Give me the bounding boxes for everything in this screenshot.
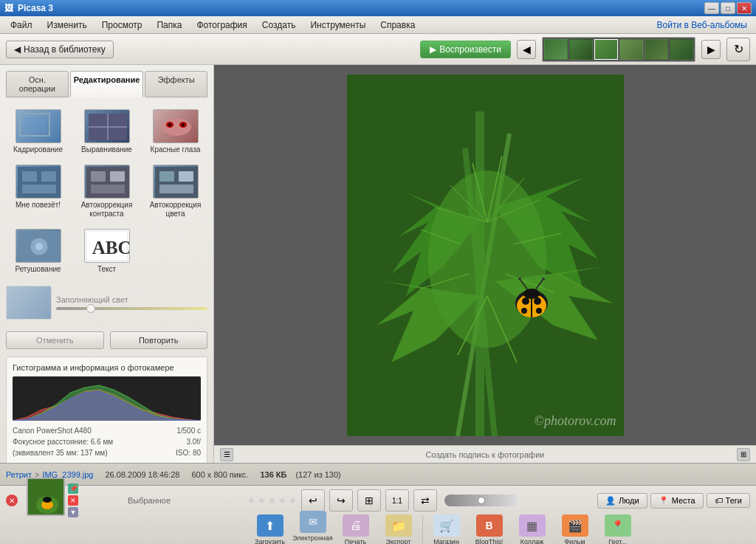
next-button[interactable]: ▶: [701, 40, 721, 59]
sync-button[interactable]: ⇄: [413, 489, 437, 512]
close-featured-icon[interactable]: ✕: [6, 495, 18, 506]
email-label: Электронная почта: [292, 534, 334, 544]
status-position: (127 из 130): [295, 470, 340, 479]
menu-help[interactable]: Справка: [373, 18, 422, 32]
main-photo[interactable]: ©photorov.com: [347, 75, 624, 436]
blog-tool[interactable]: B BlogThis!: [469, 511, 510, 544]
tags-button[interactable]: 🏷 Теги: [707, 493, 750, 508]
window-controls: — □ ✕: [704, 2, 752, 14]
menu-create[interactable]: Создать: [255, 18, 303, 32]
tab-basic[interactable]: Осн. операции: [6, 71, 69, 97]
svg-point-9: [182, 123, 185, 126]
slider-handle[interactable]: [86, 304, 95, 313]
star-1[interactable]: ★: [247, 495, 255, 506]
upload-label: Загрузить: [255, 538, 285, 544]
histogram-graph: [13, 376, 201, 421]
fill-light-slider[interactable]: [56, 307, 207, 310]
maximize-button[interactable]: □: [721, 2, 735, 14]
back-button[interactable]: ◀ Назад в библиотеку: [6, 41, 114, 58]
rotate-left-button[interactable]: ↩: [301, 489, 325, 512]
svg-rect-12: [41, 171, 56, 182]
prev-button[interactable]: ◀: [517, 40, 536, 59]
thumb-6[interactable]: [670, 39, 693, 60]
caption-menu-icon[interactable]: ☰: [220, 448, 233, 461]
featured-thumbnail[interactable]: [27, 478, 65, 516]
film-icon: 🎬: [562, 514, 588, 537]
star-4[interactable]: ★: [278, 495, 286, 506]
svg-text:ABC: ABC: [92, 238, 128, 258]
tool-autocontrast-label: Автокоррекция контраста: [78, 201, 136, 218]
tool-crop-thumb: [16, 109, 61, 143]
tool-text-label: Текст: [97, 265, 116, 274]
rotate-right-button[interactable]: ↪: [329, 489, 353, 512]
play-button[interactable]: ▶ Воспроизвести: [420, 41, 511, 58]
tab-edit[interactable]: Редактирование: [70, 71, 144, 97]
collage-tool[interactable]: ▦ Коллаж: [512, 511, 553, 544]
shutter-speed: 1/500 с: [176, 425, 201, 436]
tool-autocontrast[interactable]: Автокоррекция контраста: [75, 162, 139, 221]
status-dims: 600 x 800 пикс.: [191, 470, 248, 479]
upload-tool[interactable]: ⬆ Загрузить: [250, 511, 291, 544]
menu-tools[interactable]: Инструменты: [303, 18, 373, 32]
login-link[interactable]: Войти в Веб-альбомы: [657, 20, 753, 30]
thumb-2[interactable]: [569, 39, 593, 60]
people-icon: 👤: [605, 496, 616, 506]
focal-equiv: (эквивалент 35 мм: 137 мм): [13, 447, 108, 458]
zoom-slider[interactable]: [444, 495, 518, 506]
minimize-button[interactable]: —: [704, 2, 719, 14]
zoom-fit-button[interactable]: 1:1: [385, 489, 409, 512]
caption-text[interactable]: Создать подпись к фотографии: [239, 450, 731, 459]
cancel-button[interactable]: Отменить: [6, 331, 104, 349]
places-button[interactable]: 📍 Места: [650, 493, 704, 509]
tool-align[interactable]: Выравнивание: [75, 106, 139, 157]
tool-align-thumb: [84, 109, 130, 143]
star-2[interactable]: ★: [258, 495, 266, 506]
remove-featured-icon[interactable]: ✕: [68, 495, 78, 506]
tool-text[interactable]: ABC Текст: [75, 226, 139, 277]
caption-settings-icon[interactable]: ⊞: [737, 448, 750, 461]
menu-view[interactable]: Просмотр: [94, 18, 150, 32]
menu-folder[interactable]: Папка: [149, 18, 189, 32]
tool-lucky[interactable]: Мне повезёт!: [6, 162, 70, 221]
tool-retouch-thumb: [16, 229, 61, 263]
tool-retouch[interactable]: Ретушование: [6, 226, 70, 277]
thumb-1[interactable]: [544, 39, 568, 60]
svg-rect-11: [22, 171, 37, 182]
focal-length: Фокусное расстояние: 6.6 мм: [13, 436, 113, 447]
close-button[interactable]: ✕: [737, 2, 752, 14]
svg-point-5: [162, 118, 191, 136]
svg-point-54: [536, 308, 542, 314]
star-3[interactable]: ★: [268, 495, 276, 506]
tab-effects[interactable]: Эффекты: [145, 71, 207, 97]
star-5[interactable]: ★: [289, 495, 297, 506]
star-rating: ★ ★ ★ ★ ★: [247, 495, 297, 506]
menu-photo[interactable]: Фотография: [189, 18, 254, 32]
people-button[interactable]: 👤 Люди: [597, 493, 647, 509]
zoom-handle[interactable]: [478, 497, 485, 504]
add-to-featured-icon[interactable]: 📌: [68, 483, 78, 494]
print-icon: 🖨: [343, 514, 369, 537]
menu-file[interactable]: Файл: [3, 18, 40, 32]
thumb-5[interactable]: [645, 39, 668, 60]
email-tool[interactable]: ✉ Электронная почта: [292, 511, 334, 544]
svg-rect-17: [91, 185, 125, 193]
shop-tool[interactable]: 🛒 Магазин: [426, 511, 467, 544]
svg-point-24: [35, 243, 43, 250]
tool-retouch-label: Ретушование: [15, 265, 61, 274]
thumb-3[interactable]: [594, 39, 618, 60]
print-tool[interactable]: 🖨 Печать: [335, 511, 377, 544]
menu-edit[interactable]: Изменить: [40, 18, 94, 32]
tool-autocolor[interactable]: Автокоррекция цвета: [143, 162, 207, 221]
svg-rect-13: [22, 185, 56, 193]
export-tool[interactable]: 📁 Экспорт: [378, 511, 419, 544]
geo-tool[interactable]: 📍 Геот...: [597, 511, 639, 544]
tool-crop[interactable]: Кадрирование: [6, 106, 70, 157]
shop-label: Магазин: [433, 538, 459, 544]
film-tool[interactable]: 🎬 Фильм: [554, 511, 596, 544]
rotate-button[interactable]: ↻: [726, 38, 750, 61]
thumb-4[interactable]: [619, 39, 643, 60]
svg-point-8: [168, 123, 171, 126]
view-toggle-button[interactable]: ⊞: [357, 489, 381, 512]
tool-redeye[interactable]: Красные глаза: [143, 106, 207, 157]
repeat-button[interactable]: Повторить: [110, 331, 208, 349]
